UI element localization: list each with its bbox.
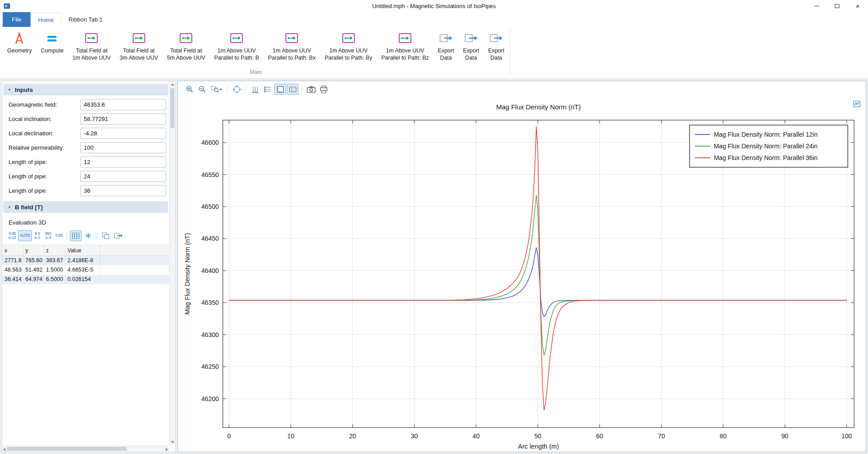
table-row[interactable]: 48.563 51.492 1.5000 4.6653E-5 xyxy=(2,265,169,275)
format-scientific-button[interactable]: 8.85e-12 xyxy=(7,230,18,241)
scroll-right-icon[interactable] xyxy=(166,448,168,451)
column-header-z[interactable]: z xyxy=(43,245,65,256)
snapshot-camera-icon[interactable] xyxy=(305,84,317,95)
ribbon-group-label: Main xyxy=(3,69,509,77)
svg-text:46200: 46200 xyxy=(201,395,219,402)
ribbon-button-parallel-path-bx[interactable]: 1m Above UUVParallel to Path: Bx xyxy=(264,29,320,63)
plot-window-icon[interactable] xyxy=(853,101,860,109)
ribbon-button-parallel-path-bz[interactable]: 1m Above UUVParallel to Path: Bz xyxy=(377,29,433,63)
svg-text:Arc length (m): Arc length (m) xyxy=(518,443,559,450)
plot-icon xyxy=(132,31,146,45)
zoom-out-icon[interactable] xyxy=(196,84,208,95)
tab-home[interactable]: Home xyxy=(30,12,61,27)
ribbon-button-export-data-1[interactable]: ExportData xyxy=(434,29,458,63)
svg-text:10: 10 xyxy=(287,432,294,440)
ribbon-button-total-field-5m[interactable]: Total Field at5m Above UUV xyxy=(163,29,209,63)
field-row: Local declination: xyxy=(2,126,169,140)
format-plain-button[interactable]: 0.85 xyxy=(53,230,65,241)
ribbon-button-parallel-path-by[interactable]: 1m Above UUVParallel to Path: By xyxy=(320,29,376,63)
field-row: Length of pipe: xyxy=(2,183,169,198)
close-button[interactable]: × xyxy=(847,0,868,12)
svg-text:0: 0 xyxy=(227,432,231,440)
column-header-filler xyxy=(100,245,169,256)
graphics-panel: 0102030405060708090100462004625046300463… xyxy=(177,81,866,452)
local-declination-input[interactable] xyxy=(80,128,166,139)
ribbon-button-geometry[interactable]: Geometry xyxy=(3,29,36,56)
svg-text:46500: 46500 xyxy=(201,203,219,210)
scrollbar-thumb[interactable] xyxy=(7,447,127,451)
table-view-icon[interactable] xyxy=(70,230,82,241)
full-precision-icon[interactable] xyxy=(82,230,94,241)
main-content: ▼ Inputs Geomagnetic field: Local inclin… xyxy=(0,79,868,454)
geomagnetic-field-input[interactable] xyxy=(80,99,166,110)
number-format-toolbar: 8.85e-12 AUTO 8.5e-1 850e-3 0.85 xyxy=(2,229,169,244)
pipe-length-12-input[interactable] xyxy=(80,156,166,168)
local-inclination-input[interactable] xyxy=(80,113,166,125)
plot-icon xyxy=(179,31,193,45)
zoom-box-icon[interactable] xyxy=(209,84,224,95)
maximize-button[interactable] xyxy=(827,0,847,12)
zoom-in-icon[interactable] xyxy=(184,84,195,95)
copy-table-icon[interactable] xyxy=(100,230,112,241)
table-row[interactable]: 36.414 64.974 6.5000 0.026154 xyxy=(2,275,169,284)
column-header-value[interactable]: Value xyxy=(65,245,100,256)
svg-text:100: 100 xyxy=(842,432,852,440)
horizontal-grid-icon[interactable] xyxy=(262,84,273,95)
field-row: Geomagnetic field: xyxy=(2,97,169,112)
scroll-down-icon[interactable] xyxy=(171,441,174,443)
svg-text:Mag Flux Density Norm (nT): Mag Flux Density Norm (nT) xyxy=(184,233,191,315)
ribbon-button-export-data-2[interactable]: ExportData xyxy=(459,29,483,63)
plot-icon xyxy=(285,31,298,45)
bfield-section-header[interactable]: ▼ B field [T] xyxy=(3,201,168,213)
ribbon-button-parallel-path-b[interactable]: 1m Above UUVParallel to Path: B xyxy=(210,29,263,63)
minimize-button[interactable] xyxy=(806,0,827,12)
settings-panel: ▼ Inputs Geomagnetic field: Local inclin… xyxy=(2,81,176,452)
zoom-extents-icon[interactable] xyxy=(231,84,242,95)
scrollbar-thumb[interactable] xyxy=(170,88,174,128)
export-table-icon[interactable] xyxy=(112,230,124,241)
plot-area[interactable]: 0102030405060708090100462004625046300463… xyxy=(178,97,866,452)
svg-text:Mag Flux Density Norm (nT): Mag Flux Density Norm (nT) xyxy=(496,103,581,111)
format-engineering-button[interactable]: 850e-3 xyxy=(43,230,53,241)
export-icon xyxy=(464,31,478,45)
ribbon-tab-bar: File Home Ribbon Tab 1 xyxy=(0,12,868,27)
title-bar: Untitled.mph - Magnetic Simulations of I… xyxy=(0,0,868,12)
scroll-left-icon[interactable] xyxy=(3,448,5,451)
vertical-scrollbar[interactable] xyxy=(169,81,175,445)
table-row[interactable]: 2771.6 765.60 383.67 2.4186E-8 xyxy=(2,256,169,265)
compute-icon xyxy=(46,31,58,45)
ribbon-group-separator xyxy=(510,29,510,74)
field-label: Length of pipe: xyxy=(9,159,80,165)
tab-ribbon-tab-1[interactable]: Ribbon Tab 1 xyxy=(61,12,110,27)
window-title: Untitled.mph - Magnetic Simulations of I… xyxy=(0,3,868,9)
column-header-y[interactable]: y xyxy=(23,245,43,256)
field-label: Length of pipe: xyxy=(9,187,80,194)
relative-permeability-input[interactable] xyxy=(80,142,166,153)
ribbon-button-total-field-3m[interactable]: Total Field at3m Above UUV xyxy=(116,29,162,63)
axes-toggle-icon[interactable] xyxy=(274,84,286,95)
ribbon-button-compute[interactable]: Compute xyxy=(37,29,68,56)
pipe-length-36-input[interactable] xyxy=(80,185,166,196)
ribbon-button-export-data-3[interactable]: ExportData xyxy=(484,29,508,63)
export-icon xyxy=(439,31,453,45)
horizontal-scrollbar[interactable] xyxy=(2,445,169,452)
format-auto-button[interactable]: AUTO xyxy=(18,230,32,241)
column-header-x[interactable]: x xyxy=(2,245,23,256)
tab-file[interactable]: File xyxy=(3,12,30,27)
inputs-section-header[interactable]: ▼ Inputs xyxy=(3,84,168,95)
line-chart: 0102030405060708090100462004625046300463… xyxy=(178,97,866,452)
ribbon-button-total-field-1m[interactable]: Total Field at1m Above UUV xyxy=(69,29,115,63)
format-decimal-button[interactable]: 8.5e-1 xyxy=(32,230,43,241)
legend-toggle-icon[interactable] xyxy=(287,84,298,95)
svg-text:60: 60 xyxy=(596,432,603,440)
scroll-up-icon[interactable] xyxy=(171,83,174,86)
svg-text:80: 80 xyxy=(720,432,727,440)
collapse-triangle-icon: ▼ xyxy=(8,205,11,209)
svg-text:90: 90 xyxy=(782,432,789,440)
evaluation-3d-label: Evaluation 3D xyxy=(2,215,169,229)
print-icon[interactable] xyxy=(318,84,329,95)
bfield-section-title: B field [T] xyxy=(15,204,43,211)
vertical-grid-icon[interactable] xyxy=(249,84,261,95)
field-row: Length of pipe: xyxy=(2,155,169,169)
pipe-length-24-input[interactable] xyxy=(80,171,166,182)
